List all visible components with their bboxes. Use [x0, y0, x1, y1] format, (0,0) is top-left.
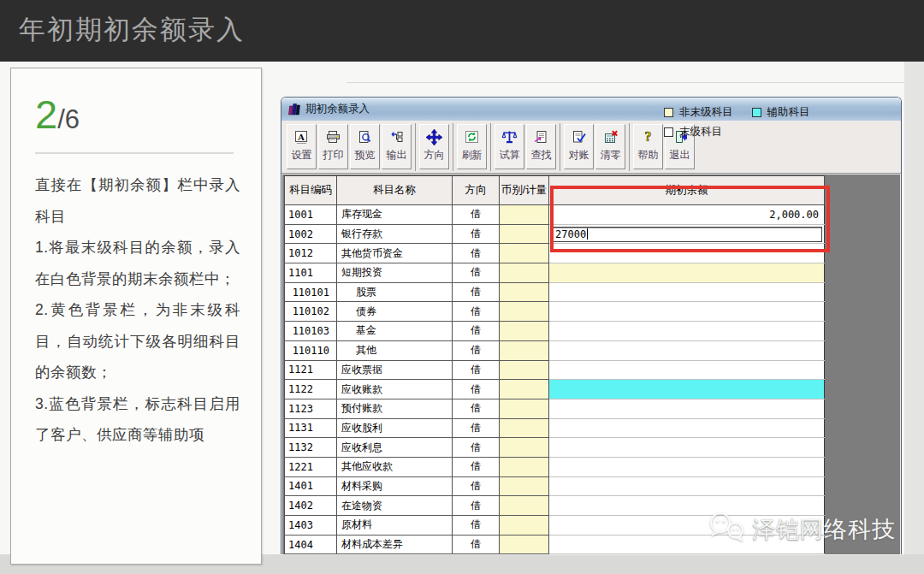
opening-balance-cell[interactable] — [549, 418, 825, 438]
table-row: 1123预付账款借 — [285, 399, 825, 418]
direction-cell: 借 — [453, 263, 500, 283]
direction-cell: 借 — [453, 476, 500, 496]
opening-balance-cell[interactable] — [549, 302, 825, 322]
account-name-cell: 材料成本差异 — [337, 535, 453, 554]
对账-button[interactable]: 对账 — [564, 124, 594, 169]
account-name-cell: 库存现金 — [337, 205, 453, 225]
direction-icon — [426, 128, 442, 145]
table-row: 1121应收票据借 — [285, 360, 825, 380]
toolbar-button-label: 试算 — [500, 148, 520, 163]
account-code-cell: 1402 — [285, 496, 337, 516]
account-code-cell: 1404 — [285, 535, 337, 554]
svg-text:A: A — [298, 131, 305, 141]
account-name-cell: 应收股利 — [337, 418, 453, 438]
opening-balance-cell[interactable] — [549, 476, 825, 496]
account-name-cell: 预付账款 — [337, 399, 453, 418]
currency-cell — [500, 516, 549, 536]
instruction-paragraph: 1.将最末级科目的余额，录入在白色背景的期末余额栏中； — [35, 232, 240, 294]
instruction-card: 2/6 直接在【期初余额】栏中录入科目1.将最末级科目的余额，录入在白色背景的期… — [10, 68, 262, 565]
刷新-button[interactable]: 刷新 — [457, 124, 487, 169]
currency-cell — [500, 438, 549, 458]
account-name-cell: 原材料 — [337, 516, 453, 536]
legend-color-swatch — [664, 127, 673, 137]
opening-balance-cell[interactable] — [549, 282, 825, 302]
opening-balance-cell[interactable] — [549, 438, 825, 458]
opening-balance-cell[interactable] — [549, 360, 825, 380]
opening-balance-cell[interactable] — [549, 399, 825, 418]
table-row: 110101股票借 — [285, 282, 825, 302]
legend-label: 辅助科目 — [767, 105, 810, 120]
试算-button[interactable]: 试算 — [495, 124, 524, 169]
currency-cell — [500, 302, 549, 322]
toolbar-group: 方向 — [418, 124, 450, 169]
toolbar-button-label: 退出 — [670, 148, 690, 163]
打印-button[interactable]: 打印 — [318, 124, 348, 169]
page-title: 年初期初余额录入 — [19, 12, 245, 48]
toolbar-separator — [560, 123, 560, 171]
export-icon — [389, 128, 404, 145]
table-row: 1101短期投资借 — [285, 263, 825, 283]
table-row: 110102债券借 — [285, 302, 825, 322]
legend-label: 末级科目 — [679, 125, 722, 139]
direction-cell: 借 — [453, 535, 500, 554]
toolbar-button-label: 刷新 — [462, 148, 483, 163]
查找-button[interactable]: 查找 — [526, 124, 556, 169]
direction-cell: 借 — [453, 205, 500, 225]
direction-cell: 借 — [453, 516, 500, 536]
column-header: 科目名称 — [337, 176, 453, 205]
设置-button[interactable]: A设置 — [287, 124, 317, 169]
table-row: 1221其他应收款借 — [285, 457, 825, 476]
opening-balance-cell[interactable] — [549, 263, 825, 283]
account-code-cell: 1123 — [285, 399, 337, 418]
opening-balance-cell[interactable] — [549, 322, 825, 341]
currency-cell — [500, 496, 549, 516]
direction-cell: 借 — [453, 380, 500, 399]
svg-text:?: ? — [645, 129, 652, 144]
toolbar-button-label: 清零 — [601, 148, 621, 163]
toolbar-button-label: 预览 — [355, 148, 376, 163]
toolbar-separator — [453, 123, 453, 171]
account-code-cell: 1132 — [285, 438, 337, 458]
account-name-cell: 短期投资 — [337, 263, 453, 283]
account-name-cell: 应收利息 — [337, 438, 453, 458]
account-name-cell: 应收票据 — [337, 360, 453, 380]
toolbar-group: 刷新 — [456, 124, 488, 169]
step-indicator: 2/6 — [35, 91, 80, 138]
清零-button[interactable]: 清零 — [595, 124, 625, 169]
column-header: 方向 — [453, 176, 500, 205]
scale-icon — [501, 128, 518, 145]
account-code-cell: 110102 — [285, 302, 337, 322]
direction-cell: 借 — [453, 438, 500, 458]
account-code-cell: 1001 — [285, 205, 337, 225]
opening-balance-cell[interactable] — [549, 380, 825, 399]
account-name-cell: 债券 — [337, 302, 453, 322]
account-code-cell: 1012 — [285, 244, 337, 263]
wechat-icon — [707, 510, 747, 548]
currency-cell — [500, 282, 549, 302]
currency-cell — [500, 205, 549, 225]
balance-grid-area: 科目编码科目名称方向币别/计量期初余额 1001库存现金借2,000.00100… — [282, 175, 900, 554]
account-code-cell: 1401 — [285, 476, 337, 496]
printer-icon — [326, 128, 341, 145]
opening-balance-cell[interactable] — [549, 340, 825, 360]
预览-button[interactable]: 预览 — [350, 124, 380, 169]
column-header: 科目编码 — [285, 176, 337, 205]
输出-button[interactable]: 输出 — [382, 124, 412, 169]
toolbar-group: 试算查找 — [494, 124, 557, 169]
opening-balance-cell[interactable] — [549, 457, 825, 476]
top-title-bar: 年初期初余额录入 — [0, 0, 924, 62]
currency-cell — [500, 360, 549, 380]
table-row: 1132应收利息借 — [285, 438, 825, 458]
currency-cell — [500, 244, 549, 263]
background-window-edge — [346, 82, 904, 83]
check-icon — [572, 128, 587, 145]
toolbar-separator — [490, 123, 491, 171]
方向-button[interactable]: 方向 — [419, 124, 449, 169]
account-code-cell: 1002 — [285, 224, 337, 244]
direction-cell: 借 — [453, 457, 500, 476]
toolbar-group: 对账清零 — [563, 124, 626, 169]
table-row: 110103基金借 — [285, 322, 825, 341]
帮助-button[interactable]: ?帮助 — [633, 124, 663, 169]
page: 年初期初余额录入 2/6 直接在【期初余额】栏中录入科目1.将最末级科目的余额，… — [0, 0, 924, 574]
red-highlight-box — [550, 186, 830, 252]
